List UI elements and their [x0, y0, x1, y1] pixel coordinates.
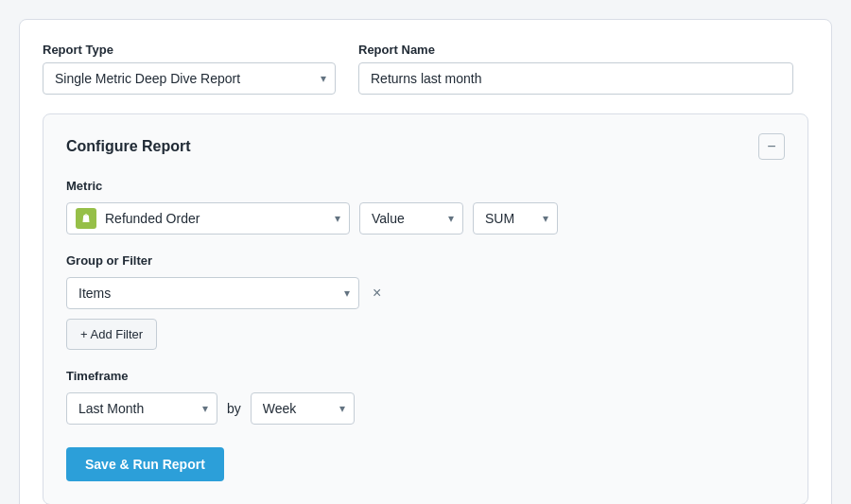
report-type-label: Report Type	[43, 43, 336, 57]
value-select-wrapper: Value Count Average ▾	[359, 202, 463, 235]
remove-filter-button[interactable]: ×	[369, 281, 385, 305]
timeframe-label: Timeframe	[66, 369, 785, 383]
collapse-button[interactable]: −	[758, 133, 785, 160]
group-filter-label: Group or Filter	[66, 253, 785, 268]
report-name-input[interactable]	[358, 62, 793, 95]
report-name-group: Report Name	[358, 43, 793, 95]
period-select[interactable]: Week Day Month	[251, 392, 355, 425]
timeframe-select-wrapper: Last Month Last Week Last Quarter Last Y…	[66, 392, 217, 425]
report-type-select[interactable]: Single Metric Deep Dive Report Multi-Met…	[43, 62, 336, 95]
page-container: Report Type Single Metric Deep Dive Repo…	[19, 19, 832, 504]
sum-select[interactable]: SUM AVG MIN MAX	[473, 202, 558, 235]
metric-row: Refunded Order Order Sales Returns ▾ Val…	[66, 202, 785, 235]
timeframe-section: Timeframe Last Month Last Week Last Quar…	[66, 369, 785, 425]
save-run-button[interactable]: Save & Run Report	[66, 447, 224, 481]
group-filter-select[interactable]: Items Product Customer Region Category	[66, 277, 359, 309]
configure-header: Configure Report −	[66, 133, 785, 160]
metric-select-wrapper: Refunded Order Order Sales Returns ▾	[66, 202, 350, 235]
add-filter-button[interactable]: + Add Filter	[66, 319, 157, 350]
group-filter-select-wrapper: Items Product Customer Region Category ▾	[66, 277, 359, 309]
metric-label: Metric	[66, 179, 785, 193]
by-label: by	[227, 401, 241, 416]
value-select[interactable]: Value Count Average	[359, 202, 463, 235]
report-name-label: Report Name	[358, 43, 793, 57]
sum-select-wrapper: SUM AVG MIN MAX ▾	[473, 202, 558, 235]
timeframe-select[interactable]: Last Month Last Week Last Quarter Last Y…	[66, 392, 217, 425]
configure-title: Configure Report	[66, 138, 191, 155]
period-select-wrapper: Week Day Month ▾	[251, 392, 355, 425]
report-type-select-wrapper: Single Metric Deep Dive Report Multi-Met…	[43, 62, 336, 95]
configure-section: Configure Report − Metric Refunded Order…	[43, 113, 808, 504]
top-row: Report Type Single Metric Deep Dive Repo…	[43, 43, 808, 95]
metric-select[interactable]: Refunded Order Order Sales Returns	[66, 202, 350, 235]
group-filter-row: Items Product Customer Region Category ▾…	[66, 277, 785, 309]
group-filter-section: Group or Filter Items Product Customer R…	[66, 253, 785, 350]
report-type-group: Report Type Single Metric Deep Dive Repo…	[43, 43, 336, 95]
timeframe-row: Last Month Last Week Last Quarter Last Y…	[66, 392, 785, 425]
